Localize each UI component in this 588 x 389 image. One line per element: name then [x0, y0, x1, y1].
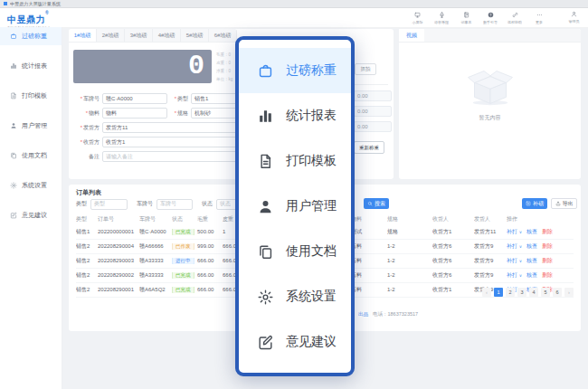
delete-link[interactable]: 删除 [542, 243, 553, 249]
sidebar-item-print-templates[interactable]: 打印模板 [0, 87, 62, 105]
tool-notepad[interactable]: 记事本 [457, 12, 475, 24]
sidebar-item-docs[interactable]: 使用文档 [0, 147, 62, 165]
page-button[interactable]: 4 [529, 288, 538, 297]
form-row: 物料物料 规格机制砂 [73, 108, 237, 119]
search-button[interactable]: 搜索 [364, 198, 389, 209]
tool-beginner-guide[interactable]: 新手引导 [481, 12, 499, 24]
more-icon [536, 12, 543, 18]
menu-item-users[interactable]: 用户管理 [239, 184, 351, 229]
page-button[interactable]: 3 [517, 288, 526, 297]
reprint-link[interactable]: 补打 ∨ [507, 229, 522, 234]
prev-page-button[interactable]: ‹ [482, 288, 491, 297]
sidebar-nav: 过磅称重统计报表打印模板用户管理使用文档系统设置意见建议 [0, 27, 62, 389]
menu-popup: 过磅称重统计报表打印模板用户管理使用文档系统设置意见建议 [235, 36, 355, 376]
tool-voice-broadcast[interactable]: 语音播报 [432, 12, 450, 24]
makeup-weigh-button[interactable]: 补磅 [522, 198, 547, 209]
export-button[interactable]: 导出 [551, 198, 577, 209]
filter-input-plate[interactable]: 车牌号 [156, 199, 193, 210]
form-label: 收货方 [73, 138, 102, 147]
menu-item-label: 过磅称重 [286, 62, 337, 79]
table-cell: 补打 ∨核查删除 [507, 257, 574, 265]
column-header: 规格 [387, 215, 432, 223]
weight-display: 0 [73, 50, 212, 83]
status-badge: 已完成 [172, 272, 194, 279]
footer-info: 出品电话：18637323517 [358, 311, 418, 318]
menu-item-settings[interactable]: 系统设置 [239, 274, 351, 319]
reprint-link[interactable]: 补打 ∨ [507, 272, 522, 278]
weight-value: 0 [188, 52, 204, 80]
registered-mark: ® [45, 10, 49, 15]
admin-user-button[interactable]: 管理员 [564, 11, 583, 24]
scale-icon [10, 33, 17, 40]
form-input[interactable]: 收货方1 [102, 137, 237, 147]
page-button[interactable]: 2 [506, 288, 515, 297]
check-link[interactable]: 核查 [526, 272, 537, 278]
tab-scale-4[interactable]: 4#地磅 [153, 29, 181, 42]
snapshot-button[interactable]: 抓拍 [355, 63, 376, 75]
form-input[interactable]: 发货方11 [102, 122, 237, 133]
display-info-line: 皮重：0 [216, 59, 232, 67]
form-input[interactable]: 销售1 [191, 93, 237, 104]
sidebar-item-feedback[interactable]: 意见建议 [0, 206, 62, 224]
form-input[interactable]: 赣C·A0000 [102, 93, 167, 104]
tab-video[interactable]: 视频 [399, 29, 424, 42]
page-button[interactable]: 1 [494, 288, 503, 297]
check-link[interactable]: 核查 [526, 229, 537, 234]
delete-link[interactable]: 删除 [542, 229, 553, 234]
tab-scale-2[interactable]: 2#地磅 [97, 29, 125, 42]
form-row: 收货方收货方1 [73, 137, 237, 147]
display-info-line: 毛重：0 [216, 51, 232, 59]
menu-item-feedback[interactable]: 意见建议 [239, 319, 351, 365]
table-cell: 1-2 [387, 243, 432, 249]
sidebar-item-settings[interactable]: 系统设置 [0, 176, 62, 194]
form-input[interactable]: 机制砂 [191, 108, 237, 119]
check-link[interactable]: 核查 [526, 258, 537, 263]
menu-item-print-templates[interactable]: 打印模板 [239, 138, 351, 184]
footer-link[interactable]: 出品 [358, 311, 368, 317]
tab-scale-3[interactable]: 3#地磅 [125, 29, 153, 42]
menu-item-label: 统计报表 [286, 108, 337, 124]
menu-item-docs[interactable]: 使用文档 [239, 229, 351, 274]
reprint-link[interactable]: 补打 ∨ [507, 243, 522, 249]
pagination: ‹123456› [482, 288, 574, 297]
table-cell: 测试 [351, 228, 387, 236]
tool-remote-assist[interactable]: 远程协助 [506, 12, 524, 24]
check-link[interactable]: 核查 [526, 243, 537, 249]
video-tabs: 视频 [399, 29, 581, 43]
tab-scale-5[interactable]: 5#地磅 [181, 29, 209, 42]
delete-link[interactable]: 删除 [542, 272, 553, 278]
form-label: 车牌号 [73, 95, 102, 103]
form-input[interactable]: 请输入备注 [102, 151, 237, 162]
user-label: 管理员 [568, 19, 579, 24]
menu-item-weigh[interactable]: 过磅称重 [239, 48, 351, 93]
page-button[interactable]: 5 [541, 288, 550, 297]
column-header: 类型 [76, 215, 98, 223]
page-button[interactable]: 6 [553, 288, 562, 297]
delete-link[interactable]: 删除 [542, 258, 553, 263]
sidebar-item-users[interactable]: 用户管理 [0, 117, 62, 135]
empty-state: 暂无内容 [399, 67, 581, 122]
sidebar-item-weigh[interactable]: 过磅称重 [0, 27, 62, 45]
table-cell: 进行中 [172, 258, 197, 264]
display-side-info: 毛重：0皮重：0净重：0单位：kg [216, 51, 232, 83]
sidebar-item-reports[interactable]: 统计报表 [0, 57, 62, 75]
display-info-line: 净重：0 [216, 67, 232, 75]
sidebar-item-label: 过磅称重 [22, 32, 47, 41]
menu-item-reports[interactable]: 统计报表 [239, 93, 351, 138]
tool-more[interactable]: 更多 [530, 12, 548, 24]
next-page-button[interactable]: › [564, 288, 574, 297]
app-header: 中昱鼎力® ZHONGYUDINGLI 小屏版语音播报记事本新手引导远程协助更多… [0, 8, 588, 28]
display-info-line: 单位：kg [216, 75, 232, 83]
tab-scale-1[interactable]: 1#地磅 [69, 29, 97, 42]
feedback-icon [257, 334, 274, 351]
filter-input-type[interactable]: 类型 [90, 199, 128, 210]
search-icon [367, 201, 373, 206]
reweigh-button[interactable]: 重新称重 [354, 141, 384, 154]
column-header: 状态 [172, 215, 197, 223]
form-input[interactable]: 物料 [102, 108, 167, 119]
tab-scale-6[interactable]: 6#地磅 [209, 29, 237, 42]
tool-mini-screen[interactable]: 小屏版 [408, 12, 426, 24]
reprint-link[interactable]: 补打 ∨ [507, 258, 522, 263]
chart-icon [257, 108, 274, 125]
template-icon [10, 92, 17, 100]
